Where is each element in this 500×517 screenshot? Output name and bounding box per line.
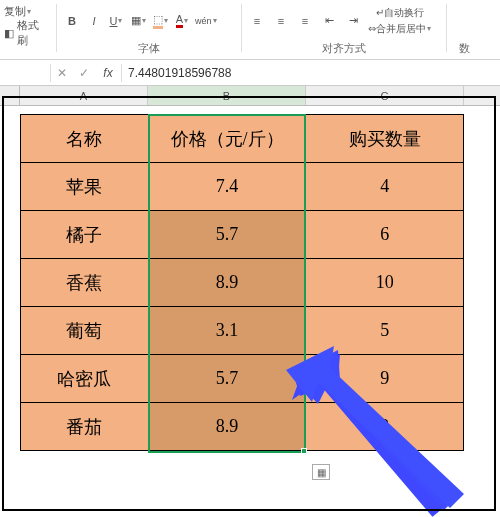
header-qty[interactable]: 购买数量 bbox=[306, 115, 464, 163]
data-table: 名称 价格（元/斤） 购买数量 苹果 7.4 4 橘子 5.7 6 香蕉 8.9 bbox=[20, 114, 464, 451]
cell-qty[interactable]: 5 bbox=[306, 307, 464, 355]
cell-price[interactable]: 7.4 bbox=[148, 163, 306, 211]
cell-name[interactable]: 香蕉 bbox=[21, 259, 149, 307]
formula-bar: ✕ ✓ fx 7.44801918596788 bbox=[0, 60, 500, 86]
font-group: B I U▾ ▦▾ ⬚▾ A▾ wén▾ 字体 bbox=[59, 0, 239, 59]
cell-name[interactable]: 葡萄 bbox=[21, 307, 149, 355]
cell-price[interactable]: 3.1 bbox=[148, 307, 306, 355]
divider bbox=[241, 4, 242, 52]
cell-qty[interactable]: 2 bbox=[306, 403, 464, 451]
col-header-b[interactable]: B bbox=[148, 86, 306, 105]
cell-name[interactable]: 苹果 bbox=[21, 163, 149, 211]
indent-inc-icon[interactable]: ⇥ bbox=[344, 12, 362, 30]
align-mid-icon[interactable]: ≡ bbox=[272, 12, 290, 30]
cells-area[interactable]: 名称 价格（元/斤） 购买数量 苹果 7.4 4 橘子 5.7 6 香蕉 8.9 bbox=[20, 106, 480, 451]
fill-color-button[interactable]: ⬚▾ bbox=[151, 12, 169, 30]
cell-qty[interactable]: 4 bbox=[306, 163, 464, 211]
cell-price[interactable]: 8.9 bbox=[148, 403, 306, 451]
clipboard-label bbox=[25, 42, 28, 57]
bold-button[interactable]: B bbox=[63, 12, 81, 30]
header-price[interactable]: 价格（元/斤） bbox=[148, 115, 306, 163]
col-header-c[interactable]: C bbox=[306, 86, 464, 105]
phonetic-button[interactable]: wén▾ bbox=[195, 12, 217, 30]
select-all-corner[interactable] bbox=[0, 86, 20, 105]
wrap-text-button[interactable]: ↵ 自动换行 bbox=[368, 6, 431, 20]
number-label: 数 bbox=[459, 39, 470, 57]
table-row: 苹果 7.4 4 bbox=[21, 163, 464, 211]
cell-name[interactable]: 番茄 bbox=[21, 403, 149, 451]
table-row: 葡萄 3.1 5 bbox=[21, 307, 464, 355]
align-bot-icon[interactable]: ≡ bbox=[296, 12, 314, 30]
alignment-group: ≡ ≡ ≡ ⇤ ⇥ ↵ 自动换行 ⇔ 合并后居中▾ 对齐方式 bbox=[244, 0, 444, 59]
underline-button[interactable]: U▾ bbox=[107, 12, 125, 30]
paste-options-button[interactable]: ▦ bbox=[312, 464, 330, 480]
clipboard-group: 复制▾ ◧ 格式刷 bbox=[0, 0, 54, 59]
table-row: 橘子 5.7 6 bbox=[21, 211, 464, 259]
format-painter-button[interactable]: ◧ 格式刷 bbox=[4, 24, 50, 42]
grid: 名称 价格（元/斤） 购买数量 苹果 7.4 4 橘子 5.7 6 香蕉 8.9 bbox=[0, 106, 500, 517]
confirm-button[interactable]: ✓ bbox=[73, 66, 95, 80]
cell-qty[interactable]: 6 bbox=[306, 211, 464, 259]
col-header-a[interactable]: A bbox=[20, 86, 148, 105]
align-top-icon[interactable]: ≡ bbox=[248, 12, 266, 30]
divider bbox=[446, 4, 447, 52]
table-row: 哈密瓜 5.7 9 bbox=[21, 355, 464, 403]
cancel-button[interactable]: ✕ bbox=[51, 66, 73, 80]
table-row: 香蕉 8.9 10 bbox=[21, 259, 464, 307]
spreadsheet-app: 复制▾ ◧ 格式刷 B I U▾ ▦▾ ⬚▾ A▾ wén▾ 字体 ≡ ≡ ≡ bbox=[0, 0, 500, 517]
cell-qty[interactable]: 10 bbox=[306, 259, 464, 307]
font-group-label: 字体 bbox=[138, 39, 160, 57]
cell-name[interactable]: 哈密瓜 bbox=[21, 355, 149, 403]
merge-center-button[interactable]: ⇔ 合并后居中▾ bbox=[368, 22, 431, 36]
number-group: 数 bbox=[449, 0, 479, 59]
header-name[interactable]: 名称 bbox=[21, 115, 149, 163]
border-button[interactable]: ▦▾ bbox=[129, 12, 147, 30]
table-row: 番茄 8.9 2 bbox=[21, 403, 464, 451]
column-headers: A B C bbox=[0, 86, 500, 106]
fx-button[interactable]: fx bbox=[95, 66, 121, 80]
table-header-row: 名称 价格（元/斤） 购买数量 bbox=[21, 115, 464, 163]
ribbon: 复制▾ ◧ 格式刷 B I U▾ ▦▾ ⬚▾ A▾ wén▾ 字体 ≡ ≡ ≡ bbox=[0, 0, 500, 60]
cell-price[interactable]: 5.7 bbox=[148, 355, 306, 403]
cell-price[interactable]: 8.9 bbox=[148, 259, 306, 307]
cell-name[interactable]: 橘子 bbox=[21, 211, 149, 259]
cell-price[interactable]: 5.7 bbox=[148, 211, 306, 259]
font-color-button[interactable]: A▾ bbox=[173, 12, 191, 30]
indent-dec-icon[interactable]: ⇤ bbox=[320, 12, 338, 30]
formula-value[interactable]: 7.44801918596788 bbox=[122, 66, 500, 80]
italic-button[interactable]: I bbox=[85, 12, 103, 30]
cell-qty[interactable]: 9 bbox=[306, 355, 464, 403]
divider bbox=[56, 4, 57, 52]
align-group-label: 对齐方式 bbox=[322, 39, 366, 57]
